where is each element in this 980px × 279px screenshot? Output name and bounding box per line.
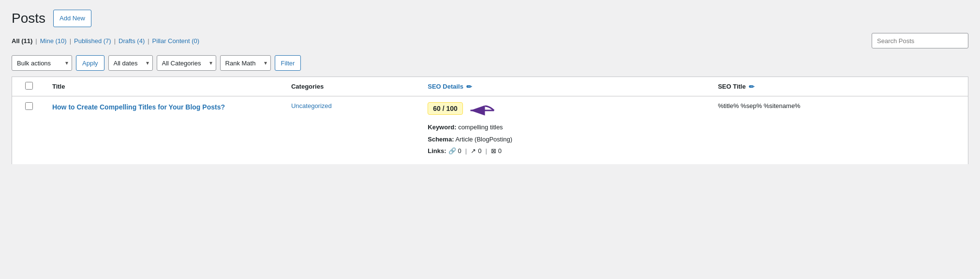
filter-link-mine[interactable]: Mine (10) xyxy=(40,37,67,45)
seo-keyword-row: Keyword: compelling titles xyxy=(428,123,706,132)
filter-button[interactable]: Filter xyxy=(275,55,301,71)
links-internal-count: 0 xyxy=(458,146,461,156)
th-checkbox xyxy=(12,77,46,96)
filter-sep-4: | xyxy=(148,37,149,45)
filter-links: All (11) | Mine (10) | Published (7) | D… xyxy=(12,33,968,48)
filter-link-all[interactable]: All (11) xyxy=(12,37,32,45)
post-title-cell: How to Create Compelling Titles for Your… xyxy=(46,96,285,165)
link-internal-icon: 🔗 xyxy=(448,146,456,156)
seo-details-link[interactable]: SEO Details xyxy=(428,83,463,90)
seo-schema-row: Schema: Article (BlogPosting) xyxy=(428,135,706,144)
bulk-actions-select[interactable]: Bulk actions Edit Move to Trash xyxy=(12,55,72,71)
seo-score-row: 60 / 100 xyxy=(428,102,706,119)
links-external-count: 0 xyxy=(478,146,481,156)
toolbar: Bulk actions Edit Move to Trash ▾ Apply … xyxy=(12,53,968,73)
post-category-link[interactable]: Uncategorized xyxy=(291,102,332,109)
links-sep-2: | xyxy=(485,146,487,156)
filter-sep-2: | xyxy=(70,37,71,45)
links-label: Links: xyxy=(428,146,446,156)
seo-links-row: Links: 🔗 0 | ↗ 0 | ⊠ 0 xyxy=(428,146,706,156)
arrow-svg xyxy=(467,104,496,117)
seo-details-edit-icon[interactable]: ✏ xyxy=(466,83,472,91)
page-header: Posts Add New xyxy=(12,10,968,27)
seo-title-value: %title% %sep% %sitename% xyxy=(718,102,801,109)
filter-link-published[interactable]: Published (7) xyxy=(74,37,111,45)
schema-value: Article (BlogPosting) xyxy=(455,136,512,143)
filter-link-pillar[interactable]: Pillar Content (0) xyxy=(152,37,200,45)
add-new-button[interactable]: Add New xyxy=(53,10,91,27)
th-seo-title: SEO Title ✏ xyxy=(712,77,968,96)
seo-details-content: Keyword: compelling titles Schema: Artic… xyxy=(428,123,706,156)
select-all-checkbox[interactable] xyxy=(25,82,33,90)
th-categories: Categories xyxy=(285,77,422,96)
links-affiliate-count: 0 xyxy=(498,146,502,156)
link-external-icon: ↗ xyxy=(471,146,476,156)
search-input[interactable] xyxy=(872,33,968,48)
table-row: How to Create Compelling Titles for Your… xyxy=(12,96,968,165)
th-title: Title xyxy=(46,77,285,96)
page-title: Posts xyxy=(12,10,45,27)
bulk-actions-wrap: Bulk actions Edit Move to Trash ▾ xyxy=(12,55,72,71)
post-seo-title-cell: %title% %sep% %sitename% xyxy=(712,96,968,165)
all-dates-select[interactable]: All dates xyxy=(108,55,153,71)
all-dates-wrap: All dates ▾ xyxy=(108,55,153,71)
keyword-label: Keyword: xyxy=(428,124,456,131)
row-checkbox-cell xyxy=(12,96,46,165)
filter-sep-3: | xyxy=(114,37,116,45)
filter-link-drafts[interactable]: Drafts (4) xyxy=(119,37,145,45)
th-seo-details: SEO Details ✏ xyxy=(422,77,712,96)
row-checkbox[interactable] xyxy=(25,102,33,110)
post-title-link[interactable]: How to Create Compelling Titles for Your… xyxy=(52,103,225,111)
links-sep-1: | xyxy=(465,146,467,156)
apply-button[interactable]: Apply xyxy=(76,55,104,71)
keyword-value: compelling titles xyxy=(458,124,503,131)
post-seo-details-cell: 60 / 100 xyxy=(422,96,712,165)
rank-math-wrap: Rank Math ▾ xyxy=(220,55,271,71)
all-categories-wrap: All Categories ▾ xyxy=(157,55,216,71)
post-category-cell: Uncategorized xyxy=(285,96,422,165)
seo-title-edit-icon[interactable]: ✏ xyxy=(749,83,755,91)
posts-table: Title Categories SEO Details ✏ SEO Title… xyxy=(12,77,968,165)
filter-sep-1: | xyxy=(35,37,37,45)
search-area xyxy=(872,33,968,48)
link-affiliate-icon: ⊠ xyxy=(491,146,496,156)
arrow-indicator xyxy=(467,104,496,117)
rank-math-select[interactable]: Rank Math xyxy=(220,55,271,71)
schema-label: Schema: xyxy=(428,136,454,143)
all-categories-select[interactable]: All Categories xyxy=(157,55,216,71)
seo-score-badge: 60 / 100 xyxy=(428,102,463,115)
table-header-row: Title Categories SEO Details ✏ SEO Title… xyxy=(12,77,968,96)
